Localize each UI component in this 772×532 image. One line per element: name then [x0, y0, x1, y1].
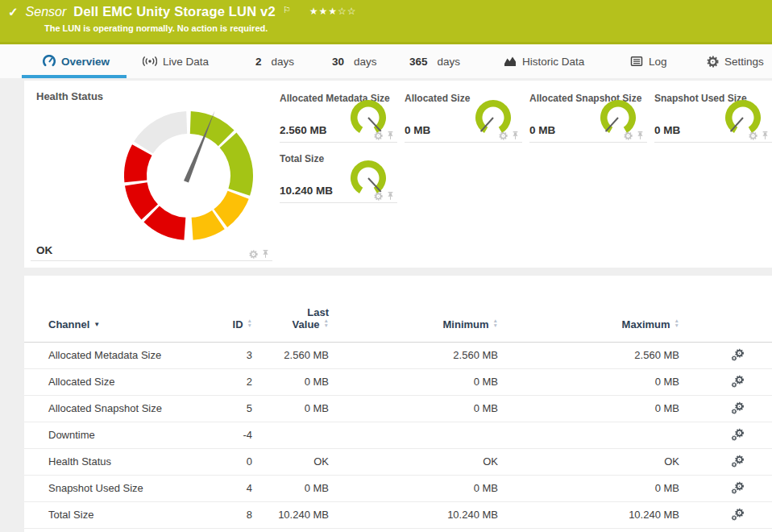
- sort-icon: ▲▼: [324, 318, 329, 327]
- channel-name[interactable]: Snapshot Used Size: [24, 475, 193, 501]
- tile-actions: [374, 131, 395, 140]
- col-header-id[interactable]: ID▲▼: [193, 276, 254, 342]
- channel-minimum: 2.560 MB: [330, 342, 500, 368]
- col-header-last-label: Last: [307, 306, 329, 318]
- table-row[interactable]: Total Size 8 10.240 MB 10.240 MB 10.240 …: [24, 501, 772, 528]
- channel-name[interactable]: Health Status: [24, 448, 193, 475]
- col-header-minimum[interactable]: Minimum▲▼: [330, 276, 500, 342]
- table-row[interactable]: Snapshot Used Size 4 0 MB 0 MB 0 MB: [24, 475, 772, 501]
- tab-overview[interactable]: Overview: [43, 44, 110, 78]
- channel-id: 5: [193, 395, 254, 422]
- channel-maximum: 0 MB: [500, 475, 681, 501]
- channel-name[interactable]: Allocated Size: [24, 368, 193, 395]
- sort-icon: ▲▼: [493, 318, 498, 327]
- channel-last-value: 0 MB: [254, 475, 330, 501]
- channel-maximum: 2.560 MB: [500, 342, 681, 368]
- status-check-icon: ✓: [8, 5, 19, 19]
- tile-actions: [249, 249, 270, 259]
- col-header-channel-label: Channel: [48, 318, 89, 330]
- pin-icon[interactable]: [761, 131, 770, 140]
- gear-icon[interactable]: [374, 192, 383, 201]
- tile-value: 10.240 MB: [280, 185, 333, 197]
- channel-name[interactable]: Allocated Snapshot Size: [24, 395, 193, 422]
- col-header-channel[interactable]: Channel▼: [24, 276, 193, 342]
- tab-2-days[interactable]: 2days: [255, 44, 294, 78]
- channel-settings-gears-icon[interactable]: [731, 455, 745, 468]
- table-row[interactable]: Allocated Metadata Size 3 2.560 MB 2.560…: [24, 342, 772, 368]
- page-title: Dell EMC Unity Storage LUN v2: [73, 4, 276, 19]
- channel-settings-gears-icon[interactable]: [731, 481, 745, 495]
- channel-id: -4: [193, 422, 254, 448]
- gear-icon[interactable]: [624, 131, 633, 140]
- channel-id: 2: [193, 368, 254, 395]
- tile-actions: [624, 131, 645, 140]
- tile-actions: [749, 131, 770, 140]
- gear-icon[interactable]: [374, 131, 383, 140]
- flag-icon[interactable]: ⚐: [283, 5, 291, 15]
- tab-365-days[interactable]: 365days: [409, 44, 460, 78]
- channel-minimum: [330, 422, 500, 448]
- channel-last-value: 2.560 MB: [254, 342, 330, 368]
- channel-name[interactable]: Total Size: [24, 501, 193, 528]
- col-header-value-label: Value: [293, 318, 320, 330]
- tab-historic-data-label: Historic Data: [522, 56, 584, 68]
- table-row[interactable]: Allocated Size 2 0 MB 0 MB 0 MB: [24, 368, 772, 395]
- col-header-last-value[interactable]: LastValue▲▼: [254, 276, 330, 342]
- channel-tile-total-size: Total Size 10.240 MB: [280, 153, 397, 203]
- channels-panel: Channel▼ ID▲▼ LastValue▲▼ Minimum▲▼ Maxi…: [24, 276, 772, 532]
- channel-tile-allocated-size: Allocated Size 0 MB: [405, 93, 522, 143]
- channel-tile-allocated-snapshot-size: Allocated Snapshot Size 0 MB: [529, 93, 647, 143]
- sensor-status-message: The LUN is operating normally. No action…: [44, 23, 268, 33]
- gauge-icon: [43, 55, 56, 68]
- health-status-tile: Health Status OK: [31, 87, 272, 261]
- channel-last-value: 0 MB: [254, 368, 330, 395]
- tab-log[interactable]: Log: [630, 44, 667, 78]
- stars-empty[interactable]: ☆☆: [338, 6, 357, 17]
- pin-icon[interactable]: [636, 131, 645, 140]
- channel-settings-gears-icon[interactable]: [731, 375, 745, 389]
- tab-bar: Overview Live Data 2days 30days 365days …: [0, 44, 772, 78]
- gear-icon[interactable]: [499, 131, 508, 140]
- tab-historic-data[interactable]: Historic Data: [504, 44, 584, 78]
- col-header-id-label: ID: [233, 318, 243, 330]
- pin-icon[interactable]: [511, 131, 520, 140]
- channel-id: 3: [193, 342, 254, 368]
- sensor-status-bar: ✓ Sensor Dell EMC Unity Storage LUN v2 ⚐…: [0, 0, 772, 44]
- pin-icon[interactable]: [261, 249, 270, 259]
- table-row[interactable]: Health Status 0 OK OK OK: [24, 448, 772, 475]
- pin-icon[interactable]: [386, 131, 395, 140]
- channels-table: Channel▼ ID▲▼ LastValue▲▼ Minimum▲▼ Maxi…: [24, 276, 772, 529]
- channel-settings-gears-icon[interactable]: [731, 508, 745, 522]
- tab-live-data[interactable]: Live Data: [143, 44, 209, 78]
- broadcast-icon: [143, 55, 157, 68]
- channel-maximum: 0 MB: [500, 395, 681, 422]
- gauges-panel: Health Status OK Allocated Metadata Size…: [24, 81, 772, 268]
- tab-settings[interactable]: Settings: [707, 44, 764, 78]
- col-header-maximum[interactable]: Maximum▲▼: [500, 276, 681, 342]
- tile-value: 0 MB: [654, 124, 680, 136]
- channel-last-value: 10.240 MB: [254, 501, 330, 528]
- tab-settings-label: Settings: [724, 56, 764, 68]
- channel-settings-gears-icon[interactable]: [731, 348, 745, 362]
- channel-minimum: OK: [330, 448, 500, 475]
- tile-actions: [499, 131, 520, 140]
- channel-name[interactable]: Allocated Metadata Size: [24, 342, 193, 368]
- channel-maximum: 10.240 MB: [500, 501, 681, 528]
- tile-value: 0 MB: [405, 124, 430, 136]
- tab-30-days[interactable]: 30days: [332, 44, 377, 78]
- health-status-title: Health Status: [36, 90, 103, 102]
- channel-settings-gears-icon[interactable]: [731, 428, 745, 442]
- gear-icon[interactable]: [749, 131, 757, 140]
- tab-live-data-label: Live Data: [163, 56, 209, 68]
- gear-icon[interactable]: [249, 250, 258, 259]
- table-row[interactable]: Downtime -4: [24, 422, 772, 448]
- channel-settings-gears-icon[interactable]: [731, 401, 745, 415]
- area-chart-icon: [504, 55, 517, 68]
- col-header-maximum-label: Maximum: [622, 318, 670, 330]
- priority-stars[interactable]: ★★★☆☆: [309, 6, 357, 17]
- pin-icon[interactable]: [386, 191, 395, 201]
- stars-filled[interactable]: ★★★: [309, 6, 338, 17]
- channel-name[interactable]: Downtime: [24, 422, 193, 448]
- channel-tile-snapshot-used-size: Snapshot Used Size 0 MB: [654, 93, 772, 143]
- table-row[interactable]: Allocated Snapshot Size 5 0 MB 0 MB 0 MB: [24, 395, 772, 422]
